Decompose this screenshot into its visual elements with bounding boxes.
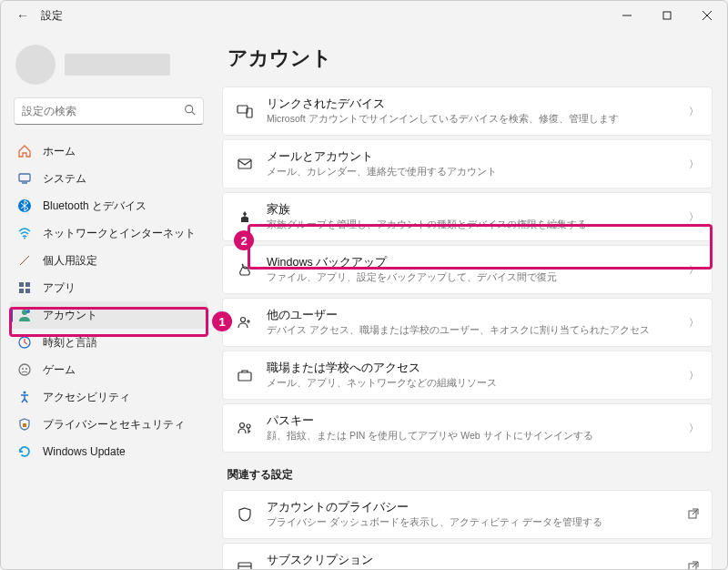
- svg-rect-11: [25, 282, 30, 287]
- external-link-icon: [688, 561, 699, 570]
- svg-rect-21: [23, 423, 26, 427]
- card-title: 職場または学校へのアクセス: [267, 361, 676, 376]
- nav-label: ゲーム: [43, 362, 76, 378]
- card-subtitle: Microsoft アカウントでサインインしているデバイスを検索、修復、管理しま…: [267, 113, 676, 126]
- svg-rect-24: [238, 159, 251, 168]
- users-icon: [236, 313, 254, 331]
- card-subtitle: メール、アプリ、ネットワークなどの組織リソース: [267, 377, 676, 390]
- brush-icon: [17, 253, 32, 268]
- card-family[interactable]: 家族 家族グループを管理し、アカウントの種類とデバイスの権限を編集する 〉: [222, 192, 713, 241]
- card-account-privacy[interactable]: アカウントのプライバシー プライバシー ダッシュボードを表示し、アクティビティ …: [222, 490, 713, 539]
- back-button[interactable]: ←: [12, 8, 34, 23]
- nav-label: プライバシーとセキュリティ: [43, 417, 185, 433]
- nav-accessibility[interactable]: アクセシビリティ: [10, 383, 207, 411]
- svg-rect-1: [663, 12, 671, 19]
- avatar: [15, 45, 56, 85]
- main-content: アカウント リンクされたデバイス Microsoft アカウントでサインインして…: [215, 30, 728, 570]
- svg-point-19: [25, 368, 27, 370]
- nav-apps[interactable]: アプリ: [10, 274, 207, 301]
- nav-network[interactable]: ネットワークとインターネット: [10, 219, 207, 247]
- svg-point-18: [22, 368, 24, 370]
- svg-rect-22: [238, 106, 248, 113]
- maximize-button[interactable]: [647, 2, 687, 29]
- wifi-icon: [17, 226, 32, 240]
- card-title: メールとアカウント: [267, 149, 676, 165]
- subscription-icon: [236, 558, 254, 570]
- nav-system[interactable]: システム: [10, 165, 207, 192]
- card-subtitle: デバイス アクセス、職場または学校のユーザー、キオスクに割り当てられたアクセス: [267, 324, 676, 337]
- system-icon: [17, 171, 32, 186]
- card-passkey[interactable]: パスキー 顔、指紋、または PIN を使用してアプリや Web サイトにサインイ…: [222, 403, 713, 453]
- nav-time[interactable]: 時刻と言語: [10, 329, 207, 356]
- nav-gaming[interactable]: ゲーム: [10, 356, 207, 383]
- chevron-right-icon: 〉: [689, 158, 699, 171]
- search-box[interactable]: [14, 97, 204, 125]
- nav-privacy[interactable]: プライバシーとセキュリティ: [10, 411, 207, 438]
- minimize-button[interactable]: [607, 2, 647, 29]
- svg-point-4: [186, 106, 193, 113]
- search-icon: [184, 104, 196, 118]
- svg-point-15: [26, 310, 30, 313]
- bluetooth-icon: [17, 198, 32, 213]
- svg-rect-12: [19, 289, 24, 293]
- card-subtitle: ファイル、アプリ、設定をバックアップして、デバイス間で復元: [267, 271, 676, 284]
- nav-label: アカウント: [43, 308, 97, 323]
- nav-label: 個人用設定: [43, 253, 97, 269]
- profile-block[interactable]: [15, 45, 202, 85]
- svg-rect-13: [25, 289, 30, 293]
- card-linked-devices[interactable]: リンクされたデバイス Microsoft アカウントでサインインしているデバイス…: [222, 87, 713, 136]
- nav-label: ネットワークとインターネット: [43, 226, 196, 241]
- briefcase-icon: [236, 366, 254, 384]
- nav-personalize[interactable]: 個人用設定: [10, 247, 207, 274]
- apps-icon: [17, 280, 32, 295]
- card-work-school[interactable]: 職場または学校へのアクセス メール、アプリ、ネットワークなどの組織リソース 〉: [222, 351, 713, 400]
- game-icon: [17, 362, 32, 377]
- nav-label: Bluetooth とデバイス: [43, 198, 147, 214]
- page-title: アカウント: [228, 45, 713, 72]
- search-input[interactable]: [22, 105, 184, 117]
- card-mail-accounts[interactable]: メールとアカウント メール、カレンダー、連絡先で使用するアカウント 〉: [222, 139, 713, 188]
- svg-point-27: [240, 423, 245, 428]
- chevron-right-icon: 〉: [689, 316, 699, 330]
- chevron-right-icon: 〉: [689, 369, 699, 382]
- svg-point-14: [22, 310, 27, 315]
- external-link-icon: [688, 508, 699, 521]
- shield-icon: [17, 417, 32, 432]
- nav-accounts[interactable]: アカウント: [10, 301, 207, 329]
- svg-point-17: [19, 364, 30, 375]
- card-other-users[interactable]: 他のユーザー デバイス アクセス、職場または学校のユーザー、キオスクに割り当てら…: [222, 298, 713, 347]
- window-title: 設定: [41, 8, 63, 24]
- card-title: サブスクリプション: [267, 553, 675, 568]
- nav-bluetooth[interactable]: Bluetooth とデバイス: [10, 192, 207, 219]
- backup-icon: [236, 260, 254, 279]
- svg-rect-26: [238, 372, 251, 381]
- titlebar: ← 設定: [1, 1, 728, 30]
- card-subscription[interactable]: サブスクリプション Microsoft のサービスとサブスクリプションを管理する: [222, 543, 713, 570]
- chevron-right-icon: 〉: [689, 263, 699, 277]
- mail-icon: [236, 155, 254, 173]
- close-button[interactable]: [687, 2, 727, 29]
- svg-point-9: [24, 238, 25, 239]
- devices-icon: [236, 102, 254, 120]
- nav-label: システム: [43, 171, 86, 187]
- nav-update[interactable]: Windows Update: [10, 438, 207, 465]
- svg-point-25: [241, 318, 246, 322]
- svg-rect-10: [19, 282, 24, 287]
- svg-point-28: [247, 424, 250, 428]
- card-subtitle: プライバシー ダッシュボードを表示し、アクティビティ データを管理する: [267, 516, 675, 529]
- clock-icon: [17, 335, 32, 350]
- related-settings-label: 関連する設定: [228, 467, 713, 483]
- profile-name-placeholder: [65, 54, 170, 76]
- nav-home[interactable]: ホーム: [10, 137, 207, 165]
- nav-label: アクセシビリティ: [43, 390, 130, 405]
- card-title: アカウントのプライバシー: [267, 500, 675, 515]
- card-title: 家族: [267, 202, 676, 218]
- card-windows-backup[interactable]: Windows バックアップ ファイル、アプリ、設定をバックアップして、デバイス…: [222, 245, 713, 294]
- chevron-right-icon: 〉: [689, 105, 699, 118]
- chevron-right-icon: 〉: [689, 422, 699, 435]
- card-title: 他のユーザー: [267, 308, 676, 323]
- accessibility-icon: [17, 390, 32, 404]
- card-subtitle: 顔、指紋、または PIN を使用してアプリや Web サイトにサインインする: [267, 430, 676, 443]
- svg-point-20: [24, 392, 26, 394]
- passkey-icon: [236, 419, 254, 437]
